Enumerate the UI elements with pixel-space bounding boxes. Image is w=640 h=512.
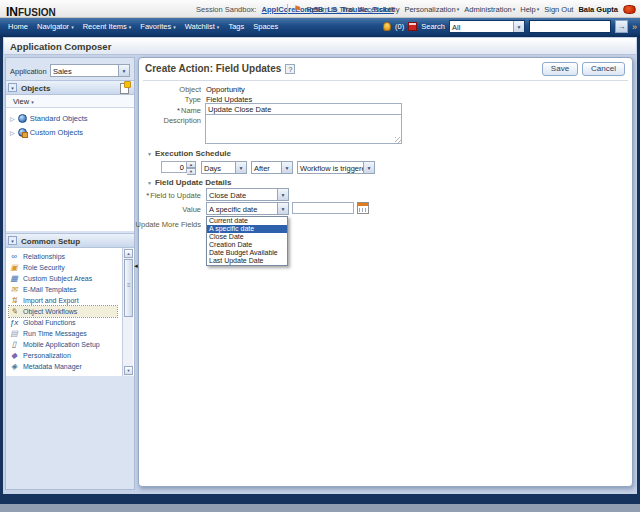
description-input[interactable] <box>205 114 402 144</box>
divider <box>287 4 288 14</box>
notification-count: (0) <box>395 22 404 31</box>
logo-text-in: IN <box>6 5 18 19</box>
object-value: Opportunity <box>206 85 245 94</box>
collapse-icon[interactable]: ▾ <box>8 236 17 245</box>
relation-select[interactable]: After ▼ <box>251 161 293 174</box>
sidebar-item-role-security[interactable]: ▣ Role Security <box>9 262 117 273</box>
event-select[interactable]: Workflow is triggered ▼ <box>297 161 375 174</box>
menu-personalization[interactable]: Personalization▾ <box>404 5 459 14</box>
view-menu-bar: View ▾ <box>6 95 134 108</box>
objects-tree: ▷ Standard Objects ▷ Custom Objects <box>6 108 134 231</box>
sidebar-item-metadata-manager[interactable]: ◈ Metadata Manager <box>9 361 117 372</box>
cancel-button[interactable]: Cancel <box>582 62 625 76</box>
save-button[interactable]: Save <box>542 62 578 76</box>
scroll-up-icon[interactable]: ▲ <box>124 249 133 258</box>
stepper-up-icon[interactable]: ▲ <box>187 161 196 168</box>
common-setup-list: ∞ Relationships ▣ Role Security ▦ Custom… <box>6 248 134 376</box>
new-object-icon[interactable] <box>120 83 129 94</box>
option-last-update-date[interactable]: Last Update Date <box>207 257 287 265</box>
application-window: INFUSION Session Sandbox: ApplCoreLong5B… <box>0 0 640 512</box>
value-select[interactable]: A specific date ▼ <box>206 202 289 215</box>
sidebar-item-relationships[interactable]: ∞ Relationships <box>9 251 117 262</box>
chevron-down-icon: ▼ <box>277 203 288 214</box>
objects-panel-header: ▾ Objects <box>6 80 134 95</box>
messages-icon: ▤ <box>9 329 19 339</box>
chevron-down-icon: ▾ <box>457 6 460 12</box>
option-a-specific-date[interactable]: A specific date <box>207 225 287 233</box>
nav-favorites[interactable]: Favorites▾ <box>140 22 175 31</box>
menu-help[interactable]: Help▾ <box>520 5 539 14</box>
trial-flag-icon: ⚑ <box>293 5 301 14</box>
value-label: Value <box>182 205 201 214</box>
help-icon[interactable]: ? <box>285 64 295 74</box>
user-name: Bala Gupta <box>578 5 618 14</box>
objects-panel-title: Objects <box>21 84 50 93</box>
form-title: Create Action: Field Updates ? <box>145 63 295 74</box>
tree-expand-icon[interactable]: ▷ <box>10 115 15 122</box>
scrollbar-thumb[interactable] <box>124 259 133 317</box>
collapse-icon[interactable]: ▾ <box>8 83 17 92</box>
update-more-fields-link[interactable]: Update More Fields <box>136 220 201 229</box>
option-creation-date[interactable]: Creation Date <box>207 241 287 249</box>
custom-objects-icon <box>18 128 27 137</box>
nav-home[interactable]: Home <box>8 22 28 31</box>
nav-recent-items[interactable]: Recent Items▾ <box>83 22 132 31</box>
search-go-button[interactable]: → <box>615 20 628 33</box>
advanced-search-icon[interactable]: » <box>632 22 637 32</box>
field-update-details-header[interactable]: ▼ Field Update Details <box>147 178 231 187</box>
nav-menu: Home Navigator▾ Recent Items▾ Favorites▾… <box>8 22 278 31</box>
chevron-down-icon: ▾ <box>537 6 540 12</box>
link-return-to-trial[interactable]: Return to Trial <box>306 5 353 14</box>
unit-select[interactable]: Days ▼ <box>201 161 247 174</box>
sidebar-item-run-time-messages[interactable]: ▤ Run Time Messages <box>9 328 117 339</box>
menu-administration[interactable]: Administration▾ <box>464 5 515 14</box>
scrollbar[interactable]: ▲ ▼ <box>122 248 133 376</box>
tree-item-standard-objects[interactable]: ▷ Standard Objects <box>10 114 88 123</box>
stepper-down-icon[interactable]: ▼ <box>187 168 196 175</box>
chat-icon[interactable] <box>623 5 636 14</box>
required-icon: * <box>146 191 149 200</box>
sidebar-item-email-templates[interactable]: ✉ E-Mail Templates <box>9 284 117 295</box>
nav-bar: Home Navigator▾ Recent Items▾ Favorites▾… <box>0 18 640 37</box>
search-input[interactable] <box>529 20 611 33</box>
link-sign-out[interactable]: Sign Out <box>544 5 573 14</box>
date-picker-icon[interactable] <box>357 202 369 214</box>
execution-schedule-header[interactable]: ▼ Execution Schedule <box>147 149 231 158</box>
application-select[interactable]: Sales ▼ <box>50 64 130 77</box>
common-setup-title: Common Setup <box>21 237 80 246</box>
chevron-down-icon: ▾ <box>513 6 516 12</box>
divider <box>143 80 628 81</box>
import-export-icon: ⇅ <box>9 296 19 306</box>
sidebar-item-personalization[interactable]: ◆ Personalization <box>9 350 117 361</box>
search-scope-select[interactable]: All ▼ <box>449 20 525 33</box>
resize-grip-icon[interactable] <box>395 137 401 143</box>
worklist-icon[interactable] <box>408 22 417 31</box>
option-date-budget-available[interactable]: Date Budget Available <box>207 249 287 257</box>
chevron-down-icon: ▼ <box>363 162 374 173</box>
option-close-date[interactable]: Close Date <box>207 233 287 241</box>
sidebar-item-global-functions[interactable]: ƒx Global Functions <box>9 317 117 328</box>
object-label: Object <box>179 85 201 94</box>
link-accessibility[interactable]: Accessibility <box>359 5 400 14</box>
chevron-down-icon: ▼ <box>513 21 524 32</box>
nav-tags[interactable]: Tags <box>228 22 244 31</box>
specific-date-input[interactable] <box>292 202 354 214</box>
tree-item-custom-objects[interactable]: ▷ Custom Objects <box>10 128 83 137</box>
nav-watchlist[interactable]: Watchlist▾ <box>185 22 220 31</box>
sidebar-item-mobile-application-setup[interactable]: ▯ Mobile Application Setup <box>9 339 117 350</box>
sidebar-item-custom-subject-areas[interactable]: ▦ Custom Subject Areas <box>9 273 117 284</box>
view-menu[interactable]: View ▾ <box>13 97 34 106</box>
nav-spaces[interactable]: Spaces <box>253 22 278 31</box>
notifications-bell-icon[interactable] <box>383 22 391 31</box>
scroll-down-icon[interactable]: ▼ <box>124 366 133 375</box>
global-header: INFUSION Session Sandbox: ApplCoreLong5B… <box>0 0 640 18</box>
sidebar-item-import-and-export[interactable]: ⇅ Import and Export <box>9 295 117 306</box>
nav-navigator[interactable]: Navigator▾ <box>37 22 74 31</box>
subject-areas-icon: ▦ <box>9 274 19 284</box>
field-to-update-select[interactable]: Close Date ▼ <box>206 188 289 201</box>
search-label: Search <box>421 22 445 31</box>
interval-input[interactable] <box>161 161 187 173</box>
tree-expand-icon[interactable]: ▷ <box>10 129 15 136</box>
sidebar-item-object-workflows[interactable]: ✎ Object Workflows <box>9 306 117 317</box>
option-current-date[interactable]: Current date <box>207 217 287 225</box>
